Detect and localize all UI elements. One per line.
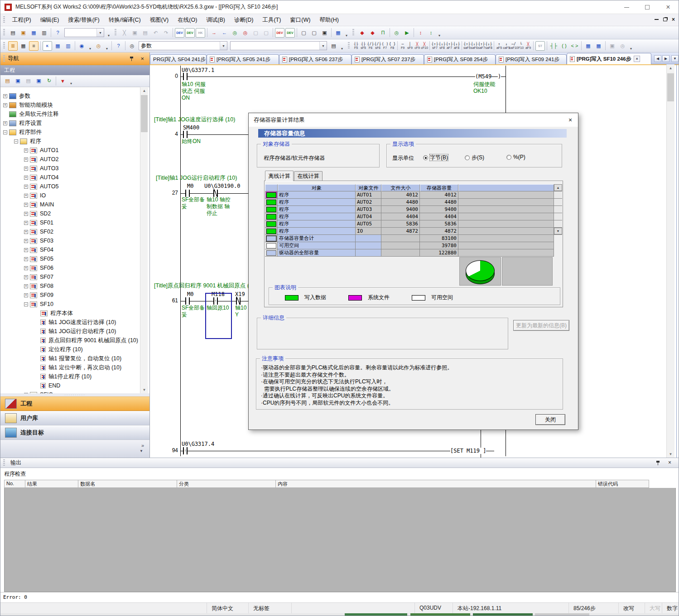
menu-item-4[interactable]: 视图(V) xyxy=(145,14,173,26)
collapse-icon[interactable]: − xyxy=(14,139,18,143)
page-setup-icon[interactable]: ▤ xyxy=(329,41,338,51)
document-tab-5[interactable]: [PRG]写入 SF09 241步 xyxy=(496,54,567,64)
doc-gen-icon[interactable]: ▣ xyxy=(607,41,617,51)
nav-copy-icon[interactable]: ▣ xyxy=(13,76,23,86)
fkey-button-sF5[interactable]: ┤├sF5 xyxy=(360,40,367,52)
tree-item-参数[interactable]: +参数 xyxy=(0,91,139,100)
toolbar-overflow-icon[interactable]: ▾ xyxy=(629,41,633,51)
pulse-test-icon[interactable]: Π xyxy=(378,28,388,38)
tree-item-轴1 定位中断，再次启动 (10)[interactable]: 轴1 定位中断，再次启动 (10) xyxy=(0,363,139,372)
tree-item-AUTO2[interactable]: +AUTO2 xyxy=(0,155,139,164)
fkey-button-F8[interactable]: { }F8 xyxy=(389,40,396,52)
fkey-button-saF5[interactable]: ┤↑├saF5 xyxy=(463,40,471,52)
expand-icon[interactable]: + xyxy=(24,194,28,198)
tab-scroll-right-icon[interactable]: ▶ xyxy=(662,55,669,62)
save-project-icon[interactable]: ▦ xyxy=(29,28,39,38)
fkey-button-cF10[interactable]: ╳cF10 xyxy=(421,40,428,52)
document-tab-2[interactable]: [PRG]写入 SF06 237步 xyxy=(279,54,352,64)
scroll-down-icon[interactable]: ▼ xyxy=(667,450,674,458)
tree-item-程序部件[interactable]: −程序部件 xyxy=(0,128,139,137)
mdi-minimize-icon[interactable] xyxy=(655,19,659,20)
redo-icon[interactable]: ↷ xyxy=(161,28,171,38)
find-icon[interactable]: ◎ xyxy=(127,41,137,51)
set-instruction[interactable]: [SET M119 ] xyxy=(450,448,486,454)
servo-start-icon[interactable]: ▶ xyxy=(402,28,412,38)
tree-scroll-thumb[interactable] xyxy=(141,95,148,132)
module-config-icon[interactable]: ▦ xyxy=(19,41,28,51)
document-tab-1[interactable]: [PRG]写入 SF05 241步 xyxy=(207,54,279,64)
window-cascade-icon[interactable]: ▢ xyxy=(299,28,308,38)
help-icon[interactable]: ? xyxy=(53,28,63,38)
target-select-2-combobox[interactable]: ▼ xyxy=(230,41,327,50)
table-scrollbar-track[interactable] xyxy=(554,206,562,213)
expand-icon[interactable]: + xyxy=(24,221,28,225)
device-list-icon[interactable]: ▥ xyxy=(63,41,73,51)
radio-option-2[interactable]: %(P) xyxy=(506,154,525,160)
radio-option-0[interactable]: 字节(B) xyxy=(423,154,448,162)
fkey-button-saF7[interactable]: ┤↑├saF7 xyxy=(478,40,485,52)
edit-rung-icon[interactable]: ▦ xyxy=(583,41,593,51)
tree-item-轴1 JOG运行启动程序 (10)[interactable]: 轴1 JOG运行启动程序 (10) xyxy=(0,327,139,336)
write-to-plc-icon[interactable]: → xyxy=(209,28,219,38)
position-trace-1-icon[interactable]: ↕ xyxy=(416,28,425,38)
open-contact[interactable] xyxy=(185,297,190,305)
update-info-button[interactable]: 更新为最新的信息(B) xyxy=(513,320,569,331)
position-trace-2-icon[interactable]: ↕ xyxy=(426,28,436,38)
radio-icon[interactable] xyxy=(423,155,428,160)
navigation-toggle-icon[interactable]: ≣ xyxy=(8,41,18,51)
maximize-button[interactable] xyxy=(637,0,658,14)
copy-icon[interactable]: ▣ xyxy=(130,28,140,38)
remote-operation-icon[interactable]: ▦ xyxy=(333,28,343,38)
menu-item-1[interactable]: 编辑(E) xyxy=(36,14,64,26)
tree-item-轴1停止程序 (10)[interactable]: 轴1停止程序 (10) xyxy=(0,372,139,381)
chevron-down-icon[interactable]: ▼ xyxy=(96,29,104,37)
device-comment-icon[interactable]: DEV xyxy=(175,28,184,38)
nav-more-down-icon[interactable]: ▼ xyxy=(140,449,143,453)
tree-item-SF05[interactable]: +SF05 xyxy=(0,254,139,263)
expand-icon[interactable]: + xyxy=(24,158,28,162)
tree-item-轴1 报警复位，自动复位 (10)[interactable]: 轴1 报警复位，自动复位 (10) xyxy=(0,354,139,363)
nav-close-icon[interactable]: × xyxy=(140,55,144,62)
menu-item-10[interactable]: 帮助(H) xyxy=(315,14,343,26)
contact-label[interactable]: M0 xyxy=(187,291,193,297)
tab-list-icon[interactable]: ▼ xyxy=(671,55,679,62)
expand-icon[interactable]: + xyxy=(24,248,28,252)
tree-item-全局软元件注释[interactable]: 全局软元件注释 xyxy=(0,110,139,119)
expand-icon[interactable]: + xyxy=(24,284,28,288)
tree-scrollbar[interactable]: ▲ ▼ xyxy=(140,87,148,393)
nav-paste-icon[interactable]: ▤ xyxy=(24,76,33,86)
menu-item-2[interactable]: 搜索/替换(F) xyxy=(63,14,104,26)
table-scrollbar-track[interactable] xyxy=(554,199,562,206)
program-doc-icon[interactable]: ≡ xyxy=(29,41,39,51)
canvas-scroll-thumb[interactable] xyxy=(667,73,674,101)
contact-label[interactable]: U0\G3377.1 xyxy=(182,67,214,73)
pin-icon[interactable] xyxy=(130,56,134,62)
expand-icon[interactable]: + xyxy=(24,203,28,207)
print-icon[interactable]: ▥ xyxy=(39,28,49,38)
device-display-icon[interactable]: ◉ xyxy=(77,41,87,51)
tab-online-calc[interactable]: 在线计算 xyxy=(294,171,323,181)
output-close-icon[interactable]: × xyxy=(668,459,671,466)
cut-icon[interactable]: ╳ xyxy=(120,28,129,38)
menu-item-3[interactable]: 转换/编译(C) xyxy=(104,14,145,26)
fkey-button-F5[interactable]: ┤├F5 xyxy=(352,40,360,52)
inline-st-icon[interactable]: ST xyxy=(535,41,545,51)
device-hk-icon[interactable]: HK xyxy=(196,28,205,38)
open-contact[interactable] xyxy=(183,73,188,80)
menu-item-9[interactable]: 窗口(W) xyxy=(285,14,315,26)
fkey-button-caF10[interactable]: ─/caF10 xyxy=(510,40,517,52)
fkey-button-cF9[interactable]: ╳cF9 xyxy=(414,40,421,52)
tree-item-SF09[interactable]: +SF09 xyxy=(0,291,139,300)
open-contact[interactable] xyxy=(183,131,188,138)
device-monitor-icon[interactable]: DEV xyxy=(185,28,195,38)
fkey-button-aF9[interactable]: ╳aF9 xyxy=(525,40,532,52)
canvas-scrollbar[interactable]: ▲ ▼ xyxy=(666,64,674,458)
fkey-button-sF9[interactable]: │sF9 xyxy=(406,40,414,52)
tab-close-icon[interactable]: × xyxy=(634,56,640,62)
radio-option-1[interactable]: 步(S) xyxy=(465,154,484,162)
tree-item-IO[interactable]: +IO xyxy=(0,191,139,200)
open-contact[interactable] xyxy=(185,190,190,197)
fkey-button-saF6[interactable]: ┤↓├saF6 xyxy=(471,40,478,52)
tree-item-智能功能模块[interactable]: +智能功能模块 xyxy=(0,100,139,110)
nav-tab-用户库[interactable]: 用户库 xyxy=(0,411,149,425)
